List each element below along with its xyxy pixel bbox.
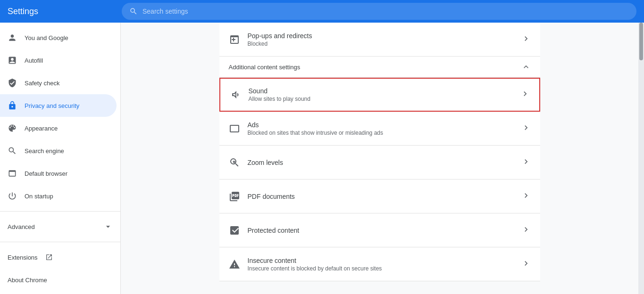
content-area: Pop-ups and redirects Blocked Additional…: [121, 23, 638, 294]
scrollbar-thumb[interactable]: [639, 23, 643, 60]
warning-icon: [229, 259, 240, 270]
additional-content-header[interactable]: Additional content settings: [219, 57, 540, 78]
sidebar-extensions[interactable]: Extensions: [0, 246, 120, 269]
external-link-icon: [45, 253, 53, 261]
power-icon: [8, 191, 17, 201]
popups-row-text: Pop-ups and redirects Blocked: [248, 32, 514, 47]
ads-row-title: Ads: [248, 121, 514, 129]
insecure-row-title: Insecure content: [248, 257, 514, 264]
popups-redirects-row[interactable]: Pop-ups and redirects Blocked: [219, 23, 540, 57]
additional-content-label: Additional content settings: [229, 64, 301, 71]
sound-row-arrow: [520, 89, 530, 100]
protected-content-row[interactable]: Protected content: [219, 213, 540, 247]
zoom-icon: [229, 157, 240, 168]
sidebar-item-search-engine[interactable]: Search engine: [0, 139, 117, 162]
sidebar-extensions-label: Extensions: [8, 254, 38, 261]
sidebar-item-privacy-and-security[interactable]: Privacy and security: [0, 94, 117, 117]
insecure-row-arrow: [521, 259, 531, 270]
expand-less-icon: [521, 62, 531, 72]
header: Settings: [0, 0, 644, 23]
sidebar-advanced[interactable]: Advanced: [0, 215, 120, 238]
autofill-icon: [8, 56, 17, 65]
sidebar-item-on-startup[interactable]: On startup: [0, 185, 117, 207]
ads-row-subtitle: Blocked on sites that show intrusive or …: [248, 130, 514, 136]
protected-row-arrow: [521, 225, 531, 236]
pdf-row-arrow: [521, 191, 531, 202]
popups-row-subtitle: Blocked: [248, 41, 514, 47]
zoom-row-text: Zoom levels: [248, 159, 514, 166]
sidebar-about-chrome[interactable]: About Chrome: [0, 269, 120, 291]
popups-row-title: Pop-ups and redirects: [248, 32, 514, 40]
sidebar-label-safety-check: Safety check: [25, 80, 59, 87]
palette-icon: [8, 123, 17, 133]
sidebar-item-appearance[interactable]: Appearance: [0, 117, 117, 139]
protected-row-title: Protected content: [248, 227, 514, 234]
ads-row[interactable]: Ads Blocked on sites that show intrusive…: [219, 112, 540, 146]
sidebar-item-autofill[interactable]: Autofill: [0, 49, 117, 72]
sidebar-label-appearance: Appearance: [25, 125, 58, 132]
volume-icon: [230, 89, 241, 100]
sound-row-subtitle: Allow sites to play sound: [249, 96, 513, 102]
ads-row-text: Ads Blocked on sites that show intrusive…: [248, 121, 514, 136]
ads-row-arrow: [521, 123, 531, 134]
sound-row-title: Sound: [249, 87, 513, 95]
sidebar-advanced-label: Advanced: [8, 223, 35, 230]
pdf-documents-row[interactable]: PDF documents: [219, 180, 540, 213]
sound-row[interactable]: Sound Allow sites to play sound: [219, 78, 540, 112]
zoom-levels-row[interactable]: Zoom levels: [219, 146, 540, 180]
insecure-content-row[interactable]: Insecure content Insecure content is blo…: [219, 247, 540, 281]
pdf-row-title: PDF documents: [248, 193, 514, 200]
ads-icon: [229, 123, 240, 134]
sidebar-item-default-browser[interactable]: Default browser: [0, 162, 117, 185]
sidebar-divider-1: [0, 211, 120, 212]
search-bar[interactable]: [122, 3, 636, 20]
browser-icon: [8, 169, 17, 178]
search-engine-icon: [8, 146, 17, 155]
protected-row-text: Protected content: [248, 227, 514, 234]
chevron-down-icon: [103, 222, 113, 231]
sidebar-label-autofill: Autofill: [25, 57, 43, 64]
sound-row-text: Sound Allow sites to play sound: [249, 87, 513, 102]
scrollbar[interactable]: [638, 23, 644, 294]
sidebar-label-on-startup: On startup: [25, 193, 53, 200]
sidebar-label-you-and-google: You and Google: [25, 34, 68, 41]
settings-title: Settings: [8, 7, 116, 16]
zoom-row-title: Zoom levels: [248, 159, 514, 166]
search-icon: [129, 7, 138, 16]
main-layout: You and Google Autofill Safety check Pri…: [0, 23, 644, 294]
insecure-row-text: Insecure content Insecure content is blo…: [248, 257, 514, 272]
sidebar: You and Google Autofill Safety check Pri…: [0, 23, 121, 294]
pdf-row-text: PDF documents: [248, 193, 514, 200]
protected-icon: [229, 225, 240, 236]
person-icon: [8, 33, 17, 42]
settings-list: Pop-ups and redirects Blocked Additional…: [219, 23, 540, 281]
popup-icon: [229, 34, 240, 45]
popups-row-arrow: [521, 34, 531, 45]
search-input[interactable]: [142, 8, 629, 15]
sidebar-about-label: About Chrome: [8, 277, 47, 284]
sidebar-divider-2: [0, 242, 120, 242]
sidebar-item-safety-check[interactable]: Safety check: [0, 72, 117, 94]
sidebar-item-you-and-google[interactable]: You and Google: [0, 26, 117, 49]
zoom-row-arrow: [521, 157, 531, 168]
sidebar-label-search-engine: Search engine: [25, 147, 64, 155]
sidebar-label-default-browser: Default browser: [25, 170, 67, 177]
sidebar-label-privacy-and-security: Privacy and security: [25, 102, 79, 109]
pdf-icon: [229, 191, 240, 202]
insecure-row-subtitle: Insecure content is blocked by default o…: [248, 265, 514, 272]
shield-icon: [8, 78, 17, 88]
lock-icon: [8, 101, 17, 110]
